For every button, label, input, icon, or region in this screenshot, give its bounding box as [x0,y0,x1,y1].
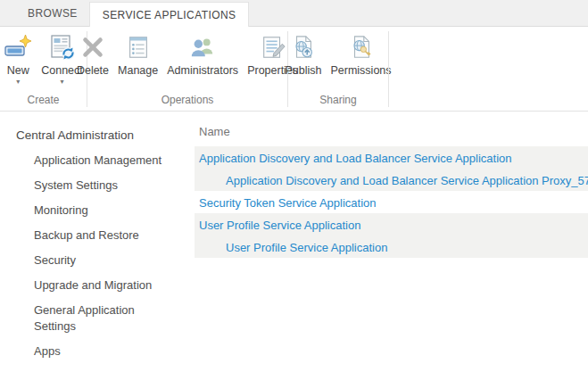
sidebar-item-backup-and-restore[interactable]: Backup and Restore [34,227,168,244]
publish-button-label: Publish [285,64,321,77]
manage-button-label: Manage [118,64,158,77]
ribbon-group-label-create: Create [0,94,87,111]
publish-button[interactable]: Publish [280,31,326,79]
ribbon-group-sharing: Publish Permissions [288,27,388,111]
manage-icon [124,33,153,62]
tab-service-applications[interactable]: SERVICE APPLICATIONS [89,2,250,27]
sidebar-navigation: Central Administration Application Manag… [0,112,195,371]
delete-button[interactable]: Delete [72,31,113,79]
sidebar-item-upgrade-and-migration[interactable]: Upgrade and Migration [34,277,168,293]
ribbon-group-label-operations: Operations [87,94,287,111]
list-item[interactable]: Application Discovery and Load Balancer … [195,146,588,169]
sidebar-item-system-settings[interactable]: System Settings [34,178,168,194]
chevron-down-icon: ▾ [60,79,63,86]
sidebar-item-central-administration[interactable]: Central Administration [16,128,195,144]
list-item[interactable]: User Profile Service Application [195,236,588,258]
delete-icon [79,33,107,62]
column-header-name[interactable]: Name [195,124,588,140]
administrators-button-label: Administrators [167,64,238,77]
service-application-link[interactable]: Security Token Service Application [199,196,376,210]
permissions-icon [347,33,376,62]
chevron-down-icon: ▾ [16,79,20,86]
service-application-proxy-link[interactable]: User Profile Service Application [226,241,387,254]
new-icon [4,33,32,62]
service-application-proxy-link[interactable]: Application Discovery and Load Balancer … [226,174,588,187]
permissions-button[interactable]: Permissions [326,31,395,79]
ribbon-group-separator [388,31,389,107]
delete-button-label: Delete [77,64,109,77]
sidebar-item-general-application-settings[interactable]: General Application Settings [34,302,168,335]
tab-browse[interactable]: BROWSE [16,0,89,26]
service-application-link[interactable]: User Profile Service Application [199,219,360,232]
list-item[interactable]: Security Token Service Application [195,191,588,213]
ribbon-group-label-sharing: Sharing [288,94,388,111]
sidebar-item-security[interactable]: Security [34,252,168,269]
ribbon: New ▾ [0,27,588,112]
ribbon-tab-bar: BROWSE SERVICE APPLICATIONS [0,0,588,27]
service-application-link[interactable]: Application Discovery and Load Balancer … [199,152,511,165]
ribbon-group-operations: Delete [87,27,287,111]
content-area: Central Administration Application Manag… [0,112,588,371]
service-applications-list: Name Application Discovery and Load Bala… [195,112,588,371]
administrators-icon [188,33,217,62]
administrators-button[interactable]: Administrators [162,31,243,79]
sidebar-item-monitoring[interactable]: Monitoring [34,203,168,219]
sidebar-item-apps[interactable]: Apps [34,343,168,360]
new-button-label: New [7,64,29,77]
list-item[interactable]: Application Discovery and Load Balancer … [195,169,588,191]
list-item[interactable]: User Profile Service Application [195,213,588,236]
sidebar-item-application-management[interactable]: Application Management [34,153,168,169]
new-button[interactable]: New ▾ [0,31,37,87]
central-administration-window: BROWSE SERVICE APPLICATIONS New ▾ [0,0,588,372]
publish-icon [289,33,318,62]
manage-button[interactable]: Manage [113,31,162,79]
permissions-button-label: Permissions [330,64,391,77]
